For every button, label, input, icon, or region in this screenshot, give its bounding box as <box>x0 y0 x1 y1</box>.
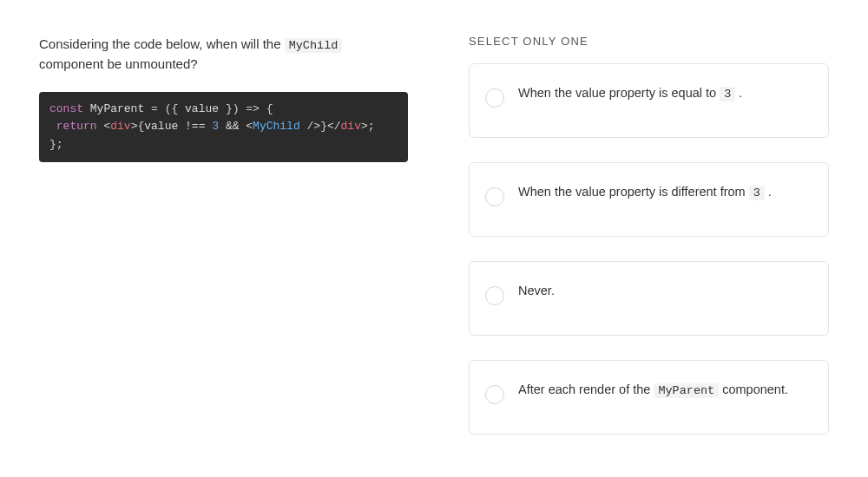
option-1[interactable]: When the value property is equal to 3 . <box>469 63 829 138</box>
question-suffix: component be unmounted? <box>39 56 198 71</box>
radio-icon <box>485 385 504 404</box>
option-text: Never. <box>518 281 555 299</box>
option-2[interactable]: When the value property is different fro… <box>469 162 829 237</box>
radio-icon <box>485 88 504 108</box>
option-text: When the value property is different fro… <box>518 182 772 202</box>
option-text: When the value property is equal to 3 . <box>518 83 742 103</box>
radio-icon <box>485 286 504 305</box>
question-text: Considering the code below, when will th… <box>39 35 408 73</box>
code-block: const MyParent = ({ value }) => { return… <box>39 92 408 161</box>
option-4[interactable]: After each render of the MyParent compon… <box>469 360 829 435</box>
option-text: After each render of the MyParent compon… <box>518 380 788 400</box>
question-prefix: Considering the code below, when will th… <box>39 36 285 51</box>
option-3[interactable]: Never. <box>469 261 829 336</box>
radio-icon <box>485 187 504 206</box>
options-list: When the value property is equal to 3 . … <box>469 63 829 435</box>
question-inline-code: MyChild <box>285 38 343 53</box>
select-only-one-label: SELECT ONLY ONE <box>469 35 829 48</box>
